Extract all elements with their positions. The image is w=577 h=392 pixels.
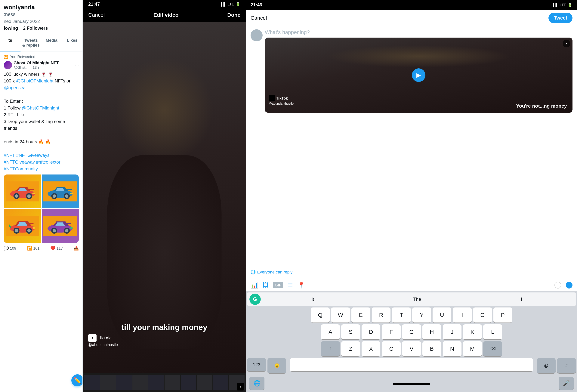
globe-icon: 🌐 [251, 270, 256, 275]
suggestion-3[interactable]: I [469, 295, 574, 303]
key-t[interactable]: T [392, 308, 411, 322]
key-emoji[interactable]: 🙂 [267, 358, 286, 373]
tweet-action-like[interactable]: ❤️ 117 [50, 246, 63, 251]
reply-setting[interactable]: 🌐 Everyone can reply [246, 270, 577, 277]
scrubber-frame-3 [116, 375, 132, 390]
key-123[interactable]: 123 [247, 358, 266, 371]
compose-tiktok-icon: ♪ [269, 95, 275, 102]
key-y[interactable]: Y [412, 308, 431, 322]
tweet-action-comment[interactable]: 💬 109 [4, 246, 16, 251]
key-r[interactable]: R [372, 308, 391, 322]
compose-video-close-button[interactable]: × [563, 40, 570, 47]
svg-point-29 [32, 227, 35, 229]
following-label: lowing [4, 26, 18, 31]
key-j[interactable]: J [443, 324, 462, 339]
suggestion-2[interactable]: The [365, 295, 469, 303]
tweet-image-3 [4, 209, 41, 243]
toolbar-gif-button[interactable]: GIF [273, 282, 283, 288]
car-svg-4 [43, 211, 77, 241]
key-f[interactable]: F [382, 324, 401, 339]
reply-setting-label: Everyone can reply [257, 270, 292, 275]
tweet-step2: 2 RT | Like [4, 111, 79, 118]
tweet-action-retweet[interactable]: 🔁 101 [27, 246, 39, 251]
tweet-action-share[interactable]: 📤 [74, 246, 79, 251]
key-c[interactable]: C [382, 341, 401, 356]
compose-cancel-button[interactable]: Cancel [251, 15, 267, 21]
key-hash[interactable]: # [557, 358, 576, 373]
video-cancel-button[interactable]: Cancel [88, 12, 105, 18]
compose-placeholder[interactable]: What's happening? [265, 29, 573, 35]
tweet-hashtags[interactable]: #NFT #NFTGiveaways #NFTGiveaway #nftcoll… [4, 152, 79, 172]
tweet-submit-button[interactable]: Tweet [548, 13, 573, 23]
key-g[interactable]: G [402, 324, 421, 339]
toolbar-image-icon[interactable]: 🖼 [263, 282, 269, 289]
key-k[interactable]: K [463, 324, 482, 339]
suggestion-1[interactable]: It [261, 295, 365, 303]
key-globe[interactable]: 🌐 [250, 377, 264, 390]
car-svg-1 [6, 176, 39, 207]
svg-rect-13 [67, 189, 72, 190]
keyboard-suggestions-bar: G It The I [247, 292, 576, 306]
key-n[interactable]: N [443, 341, 462, 356]
svg-point-38 [65, 229, 69, 232]
key-mic[interactable]: 🎤 [559, 377, 574, 390]
compose-nav: Cancel Tweet [246, 10, 577, 26]
tab-media[interactable]: Media [41, 35, 62, 51]
scrubber-frame-4 [132, 375, 148, 390]
retweet-label: 🔁 You Retweeted [4, 54, 79, 59]
tweet-step1-mention[interactable]: @GhstOFMidnight [22, 105, 59, 110]
tab-tweets[interactable]: ts [0, 35, 21, 51]
compose-text-input[interactable] [290, 358, 533, 371]
retweet-icon: 🔁 [4, 54, 8, 59]
tweet-feed: 🔁 You Retweeted Ghost Of Midnight NFT @G… [0, 51, 82, 377]
key-o[interactable]: O [473, 308, 492, 322]
tweet-mention2[interactable]: @opensea [4, 84, 79, 91]
key-e[interactable]: E [351, 308, 370, 322]
key-a[interactable]: A [321, 324, 340, 339]
key-q[interactable]: Q [311, 308, 330, 322]
compose-status-bar: 21:46 ▌▌ LTE 🔋 [246, 0, 577, 10]
key-at[interactable]: @ [537, 358, 556, 373]
key-shift[interactable]: ⇧ [321, 341, 340, 356]
username: wonlyanda [4, 4, 79, 11]
tweet-author-handle: @Ghst... [13, 65, 28, 70]
left-panel: wonlyanda :ness ned January 2022 lowing … [0, 0, 83, 392]
key-l[interactable]: L [483, 324, 502, 339]
compose-person-head [326, 45, 511, 68]
svg-point-39 [70, 227, 73, 229]
tweet-mention1[interactable]: @GhstOFMidnight [16, 78, 53, 83]
home-indicator [393, 383, 430, 385]
toolbar-location-icon[interactable]: 📍 [297, 282, 305, 289]
tweet-more-button[interactable]: ··· [75, 63, 79, 68]
key-p[interactable]: P [493, 308, 512, 322]
middle-panel: 21:47 ▌▌ LTE 🔋 Cancel Edit video Done ♪ … [83, 0, 246, 392]
key-h[interactable]: H [422, 324, 441, 339]
tab-likes[interactable]: Likes [62, 35, 82, 51]
compose-fab-area: ✏️ [0, 377, 82, 392]
compose-signal-icon: ▌▌ [553, 3, 558, 7]
video-done-button[interactable]: Done [227, 12, 240, 18]
car-svg-3 [6, 211, 39, 241]
toolbar-add-button[interactable]: + [566, 282, 573, 288]
keyboard-bottom-bar: 🌐 🎤 [247, 375, 576, 391]
video-scrubber[interactable]: ♪ [83, 373, 246, 392]
key-x[interactable]: X [361, 341, 380, 356]
toolbar-waveform-icon[interactable]: 📊 [251, 282, 258, 289]
key-b[interactable]: B [422, 341, 441, 356]
follow-stats: lowing 2 Followers [4, 26, 79, 31]
key-d[interactable]: D [361, 324, 380, 339]
key-m[interactable]: M [463, 341, 482, 356]
key-s[interactable]: S [341, 324, 360, 339]
key-z[interactable]: Z [341, 341, 360, 356]
compose-video-play-button[interactable]: ▶ [412, 68, 425, 82]
video-main: ♪ TikTok @abundanthustle till your makin… [83, 22, 246, 373]
compose-fab-button[interactable]: ✏️ [71, 374, 83, 386]
key-w[interactable]: W [331, 308, 350, 322]
key-i[interactable]: I [453, 308, 472, 322]
key-u[interactable]: U [433, 308, 451, 322]
key-delete[interactable]: ⌫ [483, 341, 502, 356]
key-v[interactable]: V [402, 341, 421, 356]
toolbar-list-icon[interactable]: ☰ [288, 282, 293, 289]
tab-tweets-replies[interactable]: Tweets & replies [21, 35, 41, 51]
video-status-bar: 21:47 ▌▌ LTE 🔋 [83, 0, 246, 8]
